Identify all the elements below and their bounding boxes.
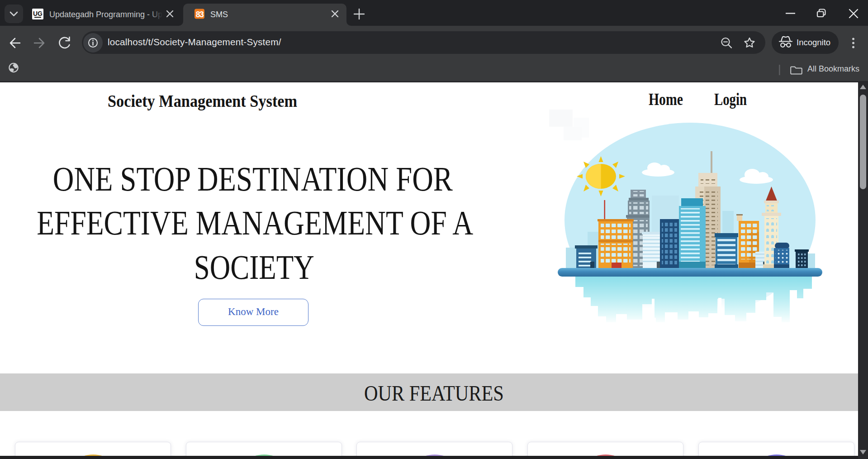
svg-text:83: 83 [196,10,204,19]
svg-text:ONE STOP DESTINATION FOR: ONE STOP DESTINATION FOR [53,160,453,198]
svg-text:SOCIETY: SOCIETY [194,248,314,286]
svg-text:EFFECTIVE MANAGEMENT OF A: EFFECTIVE MANAGEMENT OF A [37,204,473,242]
svg-text:UG: UG [33,10,43,17]
